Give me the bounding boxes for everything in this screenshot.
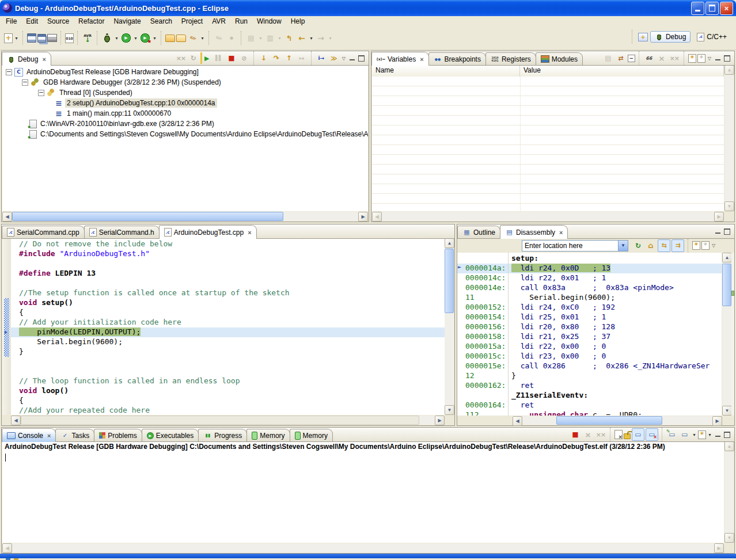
format-gray-icon[interactable] xyxy=(213,32,225,44)
instr-step-icon[interactable] xyxy=(316,52,327,64)
scroll-thumb[interactable] xyxy=(21,416,419,425)
expander-icon[interactable] xyxy=(6,69,12,75)
minimize-view-button[interactable] xyxy=(350,55,355,60)
view-menu-chevron-icon[interactable]: ▽ xyxy=(712,243,715,248)
scroll-track[interactable] xyxy=(21,416,435,425)
show-err-icon[interactable] xyxy=(646,428,658,441)
tab-registers[interactable]: Registers xyxy=(485,52,536,65)
tab-tasks[interactable]: Tasks xyxy=(55,429,94,441)
open-console-icon[interactable] xyxy=(698,431,706,439)
editor-gutter[interactable]: ► xyxy=(2,238,12,415)
column-header-value[interactable]: Value xyxy=(520,65,724,77)
run-icon[interactable] xyxy=(120,32,132,44)
maximize-view-button[interactable] xyxy=(724,55,730,62)
tab-modules[interactable]: Modules xyxy=(536,52,583,65)
scroll-track[interactable] xyxy=(724,75,734,201)
tab-debug[interactable]: Debug × xyxy=(2,52,51,66)
dd-icon[interactable] xyxy=(114,32,119,44)
location-combo[interactable]: ▼ xyxy=(522,240,628,252)
glasses-icon[interactable] xyxy=(643,52,655,64)
debug-tree-row[interactable]: ArduinoDebugTest Release [GDB Hardware D… xyxy=(2,67,368,77)
maximize-view-button[interactable] xyxy=(724,228,730,235)
menu-file[interactable]: File xyxy=(1,17,21,26)
clear-console-icon[interactable] xyxy=(614,430,623,439)
xx-gray-icon[interactable] xyxy=(595,429,606,440)
tab-breakpoints[interactable]: Breakpoints xyxy=(428,52,486,65)
minimize-view-button[interactable] xyxy=(715,228,720,234)
close-icon[interactable]: × xyxy=(559,229,563,236)
tab-outline[interactable]: Outline xyxy=(457,226,500,238)
terminate-red-icon[interactable] xyxy=(570,429,581,440)
scroll-down-button[interactable]: ▼ xyxy=(722,406,732,416)
open-log-icon[interactable] xyxy=(666,429,678,440)
newview-gray-icon[interactable] xyxy=(701,241,710,250)
scroll-track[interactable] xyxy=(722,262,731,406)
filters-icon[interactable] xyxy=(328,52,340,64)
console-output[interactable]: ArduinoDebugTest Release [GDB Hardware D… xyxy=(2,441,724,543)
tab-variables[interactable]: Variables × xyxy=(371,52,429,66)
folder-open2-icon[interactable] xyxy=(176,35,186,42)
tab-progress[interactable]: Progress xyxy=(198,429,247,441)
disassembly-vertical-scrollbar[interactable]: ▲ ▼ xyxy=(722,253,731,416)
menu-source[interactable]: Source xyxy=(43,17,74,26)
combo-dropdown-button[interactable]: ▼ xyxy=(618,241,628,251)
view-menu-chevron-icon[interactable]: ▽ xyxy=(708,56,711,61)
location-input[interactable] xyxy=(522,241,618,250)
scroll-left-button[interactable]: ◀ xyxy=(513,416,522,426)
variables-table[interactable] xyxy=(372,77,724,211)
home-icon[interactable] xyxy=(645,240,657,252)
avr-upload-icon[interactable] xyxy=(82,32,93,44)
dd2-icon[interactable] xyxy=(277,32,282,44)
pin-gray-icon[interactable] xyxy=(245,32,257,44)
tab-disassembly[interactable]: Disassembly × xyxy=(500,225,568,239)
xx-gray-icon[interactable] xyxy=(175,52,187,64)
follow-on-icon[interactable] xyxy=(671,239,684,252)
tab-serialcommand-h[interactable]: SerialCommand.h xyxy=(84,226,160,238)
close-icon[interactable]: × xyxy=(47,432,51,439)
save-icon[interactable] xyxy=(27,33,36,43)
bug-icon[interactable] xyxy=(101,32,113,44)
folder-open-icon[interactable] xyxy=(165,35,175,42)
showtype-gray-icon[interactable] xyxy=(602,52,614,64)
tab-memory-1[interactable]: Memory xyxy=(246,429,290,441)
forward-gray-icon[interactable] xyxy=(315,32,327,44)
collapse-icon[interactable] xyxy=(628,55,635,62)
dd-icon[interactable] xyxy=(309,32,314,44)
x-gray-icon[interactable] xyxy=(582,429,594,440)
newview-icon[interactable] xyxy=(692,241,700,250)
show-out-icon[interactable] xyxy=(632,428,644,441)
sync-on-icon[interactable] xyxy=(658,239,670,252)
debug-horizontal-scrollbar[interactable]: ◀ ▶ xyxy=(2,212,368,221)
refresh-icon[interactable] xyxy=(632,240,644,252)
restore-button[interactable] xyxy=(705,2,719,15)
perspective-debug-button[interactable]: Debug xyxy=(650,31,691,43)
tree-gray-icon[interactable] xyxy=(264,32,276,44)
disconnect-gray-icon[interactable] xyxy=(238,52,250,64)
scroll-up-button[interactable]: ▲ xyxy=(724,441,734,451)
debug-tree-row[interactable]: C:\WinAVR-20100110\bin\avr-gdb.exe (3/28… xyxy=(2,119,368,129)
restart-gray-icon[interactable] xyxy=(188,52,199,64)
scroll-thumb[interactable] xyxy=(722,264,731,306)
back-icon[interactable] xyxy=(296,32,308,44)
view-menu-chevron-icon[interactable]: ▽ xyxy=(342,56,346,61)
dot-gray-icon[interactable] xyxy=(226,32,237,44)
scroll-lock-icon[interactable] xyxy=(624,433,631,439)
suspend-gray-icon[interactable] xyxy=(213,52,225,64)
tab-arduinodebugtest-cpp[interactable]: ArduinoDebugTest.cpp × xyxy=(159,225,257,239)
dd-icon[interactable] xyxy=(133,32,138,44)
console-vertical-scrollbar[interactable]: ▲ ▼ xyxy=(724,441,734,543)
scroll-up-button[interactable]: ▲ xyxy=(445,238,454,248)
dd2-icon[interactable] xyxy=(328,32,333,44)
editor-vertical-scrollbar[interactable]: ▲ ▼ xyxy=(445,238,454,415)
variables-vertical-scrollbar[interactable]: ▲ ▼ xyxy=(724,65,734,211)
step-into-icon[interactable] xyxy=(258,52,270,64)
scroll-right-button[interactable]: ▶ xyxy=(712,416,722,426)
perspective-cpp-button[interactable]: C/C++ xyxy=(692,31,731,43)
newview-icon[interactable] xyxy=(688,54,696,63)
debug-launch-tree[interactable]: ArduinoDebugTest Release [GDB Hardware D… xyxy=(2,65,368,211)
step-return-icon[interactable] xyxy=(283,52,295,64)
scroll-track[interactable] xyxy=(382,212,714,221)
menu-window[interactable]: Window xyxy=(252,17,286,26)
scroll-up-button[interactable]: ▲ xyxy=(722,253,732,262)
dd-icon[interactable] xyxy=(692,429,697,440)
